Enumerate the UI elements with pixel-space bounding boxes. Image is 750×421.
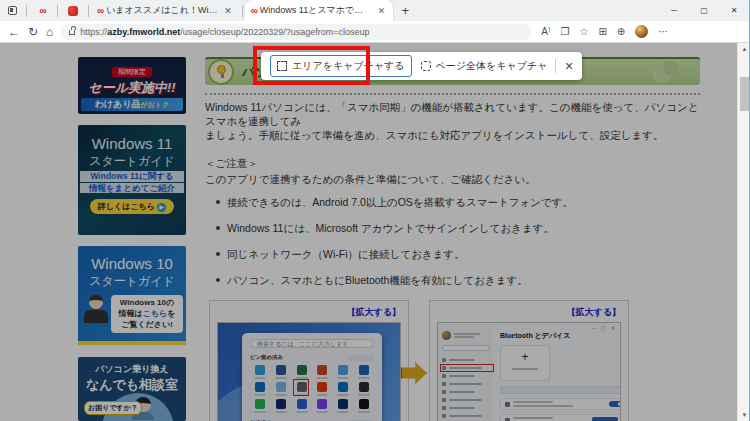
divider [88, 5, 89, 17]
bullet-item: 同じネットワーク（Wi-Fi）に接続しておきます。 [227, 248, 700, 262]
tab-close-icon[interactable]: ✕ [222, 6, 234, 16]
banner-title: Windows 10 [78, 255, 186, 272]
back-button[interactable]: ← [8, 26, 20, 38]
app-tile [353, 382, 374, 396]
account-avatar [442, 331, 451, 340]
favorites-star-icon[interactable]: ☆ [579, 27, 588, 37]
pinned-label: ピン留め済み [250, 353, 283, 361]
settings-nav-item [442, 412, 490, 420]
notice-bullet-list: 接続できるのは、Android 7.0以上のOSを搭載するスマートフォンです。 … [205, 196, 700, 288]
capture-full-page-button[interactable]: ページ全体をキャプチャ [421, 59, 548, 73]
figure-bluetooth-settings: 【拡大する】 ─ ▢ ✕ Bluetooth とデバイス [429, 300, 629, 421]
operator-illustration [81, 295, 111, 329]
notice-description: このアプリで連携するための条件と準備について、ご確認ください。 [205, 173, 700, 187]
app-tile [250, 399, 271, 413]
reader-icon[interactable]: ❐ [560, 27, 569, 37]
pinned-app-grid [250, 365, 374, 413]
profile-avatar[interactable] [635, 25, 648, 38]
tab-strip: ∞ ∞ いまオススメはこれ！Windows 11 ✕ ∞ Windows 11と… [0, 0, 749, 21]
pinned-tab-azby[interactable]: ∞ [29, 0, 55, 21]
all-apps-button [348, 355, 374, 361]
play-icon: ▶ [157, 203, 166, 212]
tab-actions-icon [8, 6, 17, 15]
settings-nav-item [442, 364, 490, 372]
app-tile [333, 382, 354, 396]
more-menu-icon[interactable]: ⋯ [658, 27, 668, 37]
detail-link-button[interactable]: 詳しくはこちら ▶ [90, 199, 174, 214]
pinned-tab-office[interactable] [60, 0, 86, 21]
banner-title: パソコン乗り換え [78, 363, 186, 376]
tab-actions-button[interactable] [0, 0, 24, 21]
new-tab-button[interactable]: + [393, 3, 417, 18]
divider [57, 5, 58, 17]
banner-title: なんでも相談室 [78, 376, 186, 394]
settings-nav-item [442, 372, 490, 380]
banner-subline: わけあり品がおトク [81, 98, 183, 111]
tab-active-smartphone-sync[interactable]: ∞ Windows 11とスマホで写真や通知 ✕ [245, 0, 394, 21]
tab-title: Windows 11とスマホで写真や通知 [260, 4, 372, 17]
dotted-divider [205, 93, 700, 95]
speech-bubble: Windows 10の 情報はこちらを ご覧ください! [111, 295, 183, 333]
banner-desc: Windows 11に関する [80, 171, 184, 182]
tab-close-icon[interactable]: ✕ [376, 6, 388, 16]
banner-win11-guide[interactable]: Windows 11 スタートガイド Windows 11に関する 情報をまとめ… [78, 125, 186, 235]
red-highlight-box [440, 364, 494, 372]
azby-logo-icon: ∞ [39, 6, 44, 16]
app-tile [333, 399, 354, 413]
app-tile [291, 399, 312, 413]
azby-favicon-icon: ∞ [97, 6, 102, 16]
start-menu-panel: 検索するには、ここに入力します ピン留め済み おすすめ [242, 333, 382, 421]
intro-paragraph: Windows 11パソコンには、「スマホ同期」の機能が搭載されています。この機… [205, 100, 700, 142]
home-button[interactable]: ⌂ [46, 26, 53, 38]
dashed-selection-icon [277, 61, 287, 71]
refresh-button[interactable]: ↻ [28, 26, 38, 38]
bluetooth-icon [505, 402, 510, 407]
zoom-link[interactable]: 【拡大する】 [217, 306, 401, 319]
web-capture-toolbar: エリアをキャプチャする ページ全体をキャプチャ ✕ [261, 52, 582, 80]
divider [26, 5, 27, 17]
vertical-scrollbar[interactable]: ▲ ▼ [737, 43, 750, 421]
banner-headline: セール実施中!! [78, 79, 186, 97]
app-tile [312, 382, 333, 396]
notice-title: ＜ご注意＞ [205, 157, 700, 171]
app-tile [250, 365, 271, 379]
address-bar[interactable]: https://azby.fmworld.net/usage/closeup/2… [61, 24, 531, 40]
collections-icon[interactable]: ⊞ [598, 27, 606, 37]
settings-nav-item [442, 380, 490, 388]
lightbulb-icon [208, 59, 234, 85]
article: パソコ Windows 11パソコンには、「スマホ同期」の機能が搭載されています… [205, 43, 700, 421]
sidebar-banners: 期間限定 セール実施中!! わけあり品がおトク 富士通 WEB MART 詳細 … [78, 43, 186, 421]
zoom-link[interactable]: 【拡大する】 [437, 306, 621, 319]
app-tile [271, 382, 292, 396]
minimize-button[interactable]: ─ [659, 0, 689, 21]
banner-win10-guide[interactable]: Windows 10 スタートガイド Windows 10の 情報はこちらを ご… [78, 246, 186, 345]
app-tile [291, 365, 312, 379]
bullet-item: 接続できるのは、Android 7.0以上のOSを搭載するスマートフォンです。 [227, 196, 700, 210]
scroll-up-icon[interactable]: ▲ [738, 43, 750, 55]
scroll-down-icon[interactable]: ▼ [738, 409, 750, 421]
banner-title: Windows 11 [78, 135, 186, 152]
kochira-link[interactable]: こちら [143, 309, 168, 318]
settings-search-input [442, 345, 490, 351]
bluetooth-toggle-row [500, 398, 621, 410]
app-tile [353, 399, 374, 413]
capture-area-button[interactable]: エリアをキャプチャする [270, 55, 412, 77]
divider [242, 5, 243, 17]
settings-nav-item [442, 356, 490, 364]
banner-tag: 期間限定 [112, 67, 152, 77]
settings-main-panel: Bluetooth とデバイス + [500, 331, 621, 421]
read-aloud-icon[interactable]: A⁾ [541, 27, 550, 37]
banner-sale[interactable]: 期間限定 セール実施中!! わけあり品がおトク 富士通 WEB MART 詳細 … [78, 57, 186, 114]
account-row [442, 331, 490, 340]
extensions-icon[interactable]: ⊕ [617, 27, 625, 37]
capture-close-button[interactable]: ✕ [564, 60, 573, 73]
banner-title: スタートガイド [78, 153, 186, 170]
settings-nav-item [442, 396, 490, 404]
tab-osusume[interactable]: ∞ いまオススメはこれ！Windows 11 ✕ [91, 0, 240, 21]
maximize-button[interactable]: ▢ [689, 0, 719, 21]
close-window-button[interactable]: ✕ [719, 0, 749, 21]
scrollbar-thumb[interactable] [740, 77, 749, 111]
banner-stripe [78, 341, 186, 345]
banner-soudanshitsu[interactable]: パソコン乗り換え なんでも相談室 お困りですか？ [78, 357, 186, 421]
bluetooth-toggle [609, 401, 621, 407]
